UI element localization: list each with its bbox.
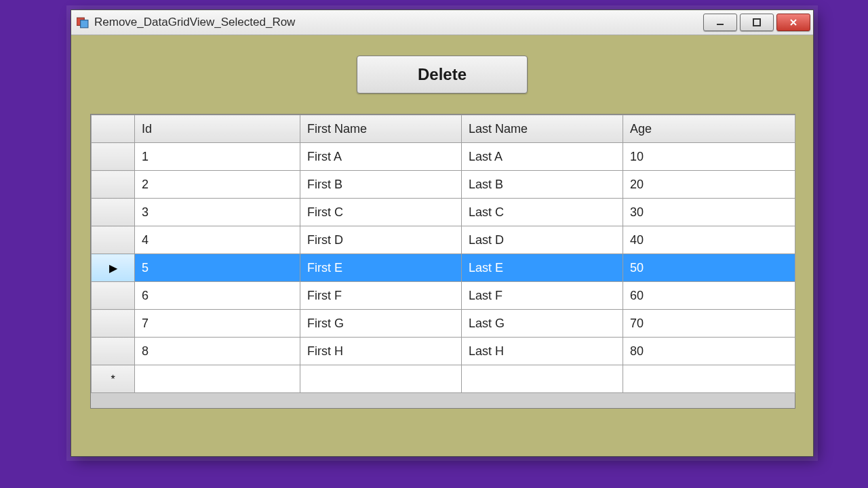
client-area: Delete Id First Name Last Name Age 1Firs… (71, 35, 813, 457)
cell[interactable]: 40 (623, 226, 795, 254)
cell[interactable]: First H (300, 338, 462, 365)
cell[interactable]: First G (300, 310, 462, 338)
row-header[interactable] (92, 282, 135, 310)
cell[interactable]: First F (300, 282, 462, 310)
cell[interactable]: Last G (462, 310, 623, 338)
table-row[interactable]: 8First HLast H80 (92, 338, 795, 365)
svg-rect-1 (81, 20, 88, 28)
cell[interactable]: Last A (462, 143, 623, 171)
row-header[interactable] (92, 171, 135, 199)
cell[interactable]: 30 (623, 199, 795, 226)
cell[interactable]: First C (300, 199, 462, 226)
new-row[interactable]: * (92, 365, 795, 393)
cell[interactable]: Last E (462, 254, 623, 282)
row-header[interactable] (92, 338, 135, 365)
cell[interactable]: 1 (135, 143, 300, 171)
cell[interactable]: 20 (623, 171, 795, 199)
cell[interactable]: 3 (135, 199, 300, 226)
table-row[interactable]: 3First CLast C30 (92, 199, 795, 226)
delete-button[interactable]: Delete (357, 56, 528, 94)
window-controls (703, 14, 810, 31)
cell[interactable] (462, 365, 623, 393)
cell[interactable] (623, 365, 795, 393)
table-row[interactable]: ▶5First ELast E50 (92, 254, 795, 282)
cell[interactable]: 5 (135, 254, 300, 282)
row-header[interactable]: * (92, 365, 135, 393)
cell[interactable]: 4 (135, 226, 300, 254)
cell[interactable]: Last H (462, 338, 623, 365)
window-title: Remove_DataGridView_Selected_Row (94, 16, 703, 29)
close-button[interactable] (776, 14, 810, 31)
current-row-indicator-icon: ▶ (109, 262, 117, 274)
cell[interactable]: First A (300, 143, 462, 171)
column-header-id[interactable]: Id (135, 115, 300, 143)
table-row[interactable]: 2First BLast B20 (92, 171, 795, 199)
svg-rect-2 (717, 24, 724, 25)
cell[interactable]: 2 (135, 171, 300, 199)
minimize-button[interactable] (703, 14, 737, 31)
table-row[interactable]: 7First GLast G70 (92, 310, 795, 338)
cell[interactable]: Last C (462, 199, 623, 226)
cell[interactable]: First E (300, 254, 462, 282)
cell[interactable]: 10 (623, 143, 795, 171)
row-header[interactable]: ▶ (92, 254, 135, 282)
row-header-corner[interactable] (92, 115, 135, 143)
app-window: Remove_DataGridView_Selected_Row Delete (71, 9, 814, 457)
cell[interactable]: 60 (623, 282, 795, 310)
column-header-row[interactable]: Id First Name Last Name Age (92, 115, 795, 143)
table-row[interactable]: 4First DLast D40 (92, 226, 795, 254)
cell[interactable]: Last F (462, 282, 623, 310)
cell[interactable]: First D (300, 226, 462, 254)
row-header[interactable] (92, 199, 135, 226)
row-header[interactable] (92, 143, 135, 171)
column-header-age[interactable]: Age (623, 115, 795, 143)
table-row[interactable]: 6First FLast F60 (92, 282, 795, 310)
app-icon (77, 16, 89, 28)
title-bar[interactable]: Remove_DataGridView_Selected_Row (71, 10, 813, 35)
cell[interactable]: 6 (135, 282, 300, 310)
row-header[interactable] (92, 310, 135, 338)
row-header[interactable] (92, 226, 135, 254)
cell[interactable]: Last B (462, 171, 623, 199)
column-header-firstname[interactable]: First Name (300, 115, 462, 143)
cell[interactable]: Last D (462, 226, 623, 254)
cell[interactable] (135, 365, 300, 393)
table-row[interactable]: 1First ALast A10 (92, 143, 795, 171)
cell[interactable]: 50 (623, 254, 795, 282)
cell[interactable] (300, 365, 462, 393)
datagridview[interactable]: Id First Name Last Name Age 1First ALast… (90, 114, 795, 409)
svg-rect-3 (753, 19, 760, 26)
maximize-button[interactable] (740, 14, 774, 31)
cell[interactable]: 70 (623, 310, 795, 338)
column-header-lastname[interactable]: Last Name (462, 115, 623, 143)
cell[interactable]: 7 (135, 310, 300, 338)
new-row-indicator-icon: * (111, 373, 115, 385)
cell[interactable]: First B (300, 171, 462, 199)
cell[interactable]: 80 (623, 338, 795, 365)
cell[interactable]: 8 (135, 338, 300, 365)
